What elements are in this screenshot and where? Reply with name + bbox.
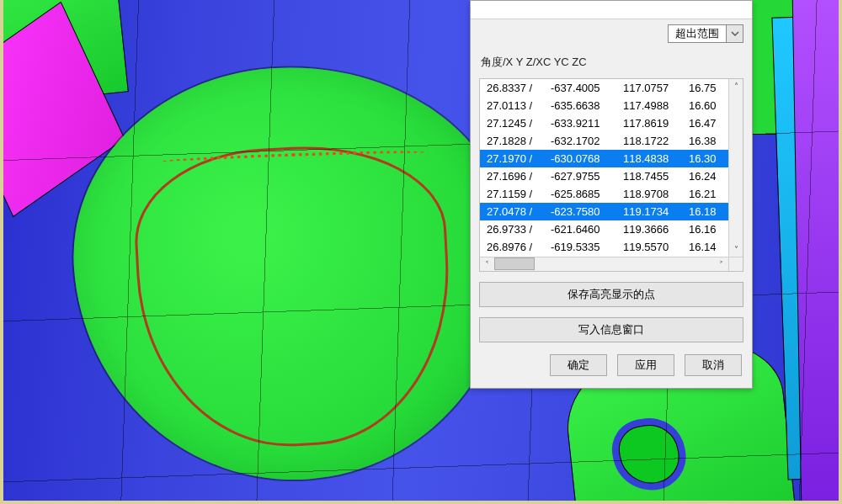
row-x: -625.8685 <box>551 187 623 202</box>
vertical-scrollbar[interactable]: ˄ ˅ <box>728 79 743 257</box>
button-label: 取消 <box>702 358 724 373</box>
save-highlighted-points-button[interactable]: 保存高亮显示的点 <box>479 282 743 307</box>
row-angle: 27.1696 / <box>487 169 551 184</box>
row-x: -619.5335 <box>551 240 623 255</box>
range-dropdown-value[interactable]: 超出范围 <box>668 24 727 43</box>
range-dropdown[interactable]: 超出范围 <box>668 24 743 43</box>
points-list-row[interactable]: 27.1970 /-630.0768118.483816.30 <box>480 150 743 167</box>
row-y: 117.0757 <box>623 81 689 96</box>
points-list-row[interactable]: 27.1159 /-625.8685118.970816.21 <box>480 185 743 203</box>
scroll-left-button[interactable]: ˂ <box>480 257 494 272</box>
row-angle: 27.1245 / <box>487 116 551 131</box>
horizontal-scrollbar[interactable]: ˂ ˃ <box>480 257 728 271</box>
row-y: 118.1722 <box>623 134 689 149</box>
button-label: 写入信息窗口 <box>578 322 644 337</box>
row-z: 16.14 <box>689 240 724 255</box>
row-y: 117.4988 <box>623 98 689 114</box>
ok-button[interactable]: 确定 <box>550 354 607 376</box>
button-label: 应用 <box>635 358 657 373</box>
apply-button[interactable]: 应用 <box>617 354 674 376</box>
row-angle: 27.1159 / <box>487 187 551 202</box>
row-y: 118.4838 <box>623 151 689 167</box>
button-label: 保存高亮显示的点 <box>568 287 655 302</box>
row-z: 16.24 <box>689 169 724 184</box>
row-z: 16.60 <box>689 98 724 114</box>
row-z: 16.38 <box>689 134 724 149</box>
cancel-button[interactable]: 取消 <box>685 354 742 376</box>
row-x: -623.7580 <box>551 204 623 220</box>
row-z: 16.21 <box>689 187 724 202</box>
points-list-row[interactable]: 26.8976 /-619.5335119.557016.14 <box>480 238 743 256</box>
row-angle: 27.0113 / <box>487 98 551 114</box>
row-z: 16.18 <box>689 204 724 220</box>
points-list-row[interactable]: 27.0478 /-623.7580119.173416.18 <box>480 203 743 220</box>
points-list-row[interactable]: 26.8337 /-637.4005117.075716.75 <box>480 79 743 97</box>
analysis-dialog: 超出范围 角度/X Y Z/XC YC ZC 26.8337 /-637.400… <box>470 0 753 389</box>
points-list-row[interactable]: 26.9733 /-621.6460119.366616.16 <box>480 220 743 238</box>
row-y: 119.5570 <box>623 240 689 255</box>
row-z: 16.30 <box>689 151 724 167</box>
scroll-right-button[interactable]: ˃ <box>714 257 728 272</box>
points-list[interactable]: 26.8337 /-637.4005117.075716.7527.0113 /… <box>479 78 743 272</box>
row-angle: 26.8337 / <box>487 81 551 96</box>
scroll-up-button[interactable]: ˄ <box>729 79 743 93</box>
row-z: 16.47 <box>689 116 724 131</box>
points-list-row[interactable]: 27.1245 /-633.9211117.861916.47 <box>480 114 743 132</box>
button-label: 确定 <box>568 358 589 373</box>
write-info-window-button[interactable]: 写入信息窗口 <box>479 317 743 342</box>
cad-viewport[interactable]: 超出范围 角度/X Y Z/XC YC ZC 26.8337 /-637.400… <box>0 0 842 504</box>
row-angle: 27.1970 / <box>487 151 551 167</box>
dialog-titlebar[interactable] <box>471 1 752 19</box>
points-list-row[interactable]: 27.0113 /-635.6638117.498816.60 <box>480 97 743 114</box>
row-x: -632.1702 <box>551 134 623 149</box>
range-dropdown-button[interactable] <box>727 24 743 43</box>
row-y: 117.8619 <box>623 116 689 131</box>
row-angle: 27.0478 / <box>487 204 551 220</box>
horizontal-scroll-thumb[interactable] <box>494 257 535 270</box>
columns-header: 角度/X Y Z/XC YC ZC <box>471 50 752 75</box>
row-z: 16.16 <box>689 222 724 237</box>
row-angle: 26.8976 / <box>487 240 551 255</box>
row-angle: 26.9733 / <box>487 222 551 237</box>
row-angle: 27.1828 / <box>487 134 551 149</box>
row-x: -621.6460 <box>551 222 623 237</box>
row-x: -627.9755 <box>551 169 623 184</box>
scrollbar-corner <box>728 257 743 271</box>
row-x: -630.0768 <box>551 151 623 167</box>
row-x: -633.9211 <box>551 116 623 131</box>
row-y: 118.7455 <box>623 169 689 184</box>
row-x: -635.6638 <box>551 98 623 114</box>
scroll-down-button[interactable]: ˅ <box>729 242 743 257</box>
row-y: 119.1734 <box>623 204 689 220</box>
row-z: 16.75 <box>689 81 724 96</box>
row-y: 118.9708 <box>623 187 689 202</box>
row-y: 119.3666 <box>623 222 689 237</box>
points-list-row[interactable]: 27.1828 /-632.1702118.172216.38 <box>480 132 743 150</box>
points-list-row[interactable]: 27.1696 /-627.9755118.745516.24 <box>480 167 743 185</box>
chevron-down-icon <box>731 28 739 40</box>
row-x: -637.4005 <box>551 81 623 96</box>
